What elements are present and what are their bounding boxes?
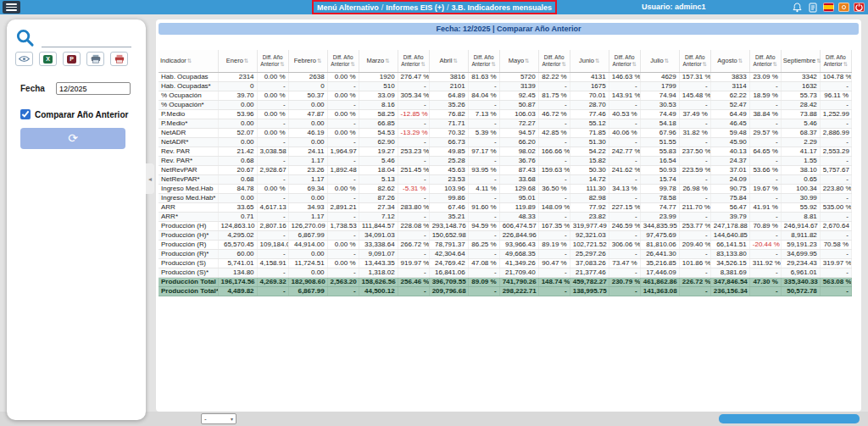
table-cell: 31.82 %: [679, 128, 710, 137]
column-header-diff[interactable]: Diff. Año Anterior⇅: [820, 50, 851, 72]
table-cell: -: [398, 174, 429, 184]
table-cell: 26,441.30: [640, 249, 679, 258]
compare-checkbox[interactable]: [20, 109, 31, 119]
column-header-diff[interactable]: Diff. Año Anterior⇅: [327, 50, 359, 72]
table-cell: 4131: [570, 72, 609, 81]
table-cell: -: [820, 286, 851, 296]
pdf-export-icon[interactable]: P: [63, 52, 81, 66]
refresh-button[interactable]: ⟳: [20, 128, 125, 149]
print-icon[interactable]: [86, 52, 104, 66]
main-panel: Fecha: 12/2025 | Comparar Año Anterior I…: [156, 19, 861, 412]
table-cell: -: [327, 268, 359, 277]
table-cell: 24.11: [288, 147, 327, 156]
table-cell: 39.79: [710, 212, 749, 221]
table-cell: -: [257, 119, 288, 128]
table-cell: -: [538, 249, 570, 258]
column-header-month[interactable]: Febrero⇅: [288, 50, 327, 72]
fecha-field: Fecha: [20, 82, 131, 95]
column-header-month[interactable]: Marzo⇅: [359, 50, 398, 72]
table-cell: 396,709.55: [429, 277, 468, 286]
table-cell: 44,500.12: [359, 286, 398, 296]
table-cell: 209.40 %: [679, 240, 710, 249]
table-cell: -: [468, 100, 499, 109]
table-cell: 104.78 %: [820, 72, 851, 81]
column-header-month[interactable]: Julio⇅: [640, 50, 679, 72]
table-cell: 111.30: [570, 184, 609, 193]
table-cell: 60.00: [218, 249, 257, 258]
column-header-diff[interactable]: Diff. Año Anterior⇅: [538, 50, 570, 72]
table-cell: 99.78: [640, 184, 679, 193]
column-header-month[interactable]: Enero⇅: [218, 50, 257, 72]
table-row: Ingreso Med.Hab*0.00-0.00-87.26-99.86-95…: [159, 193, 852, 202]
breadcrumb-item[interactable]: Informes EIS (+): [386, 3, 444, 12]
table-row: Producción (R)65,570.45109,184.08 %44,91…: [159, 240, 852, 249]
horizontal-scrollbar-thumb[interactable]: [719, 414, 860, 423]
table-cell: -: [257, 286, 288, 296]
settings-icon[interactable]: [838, 3, 849, 12]
sort-icon: ⇅: [420, 61, 425, 67]
column-header-month[interactable]: Septiembre⇅: [781, 50, 820, 72]
table-cell: -: [679, 230, 710, 240]
table-cell: 14.72: [570, 174, 609, 184]
column-header-month[interactable]: Abril⇅: [429, 50, 468, 72]
table-cell: 8.16: [359, 100, 398, 109]
table-cell: 305.34 %: [398, 91, 429, 100]
table-cell: 40.53 %: [609, 109, 640, 119]
bell-icon[interactable]: [791, 2, 803, 13]
spanish-flag-icon[interactable]: [823, 3, 834, 12]
table-cell: -: [327, 286, 359, 296]
table-row: P.Medio53.960.00 %47.870.00 %58.25-12.85…: [159, 109, 852, 119]
column-header-month[interactable]: Mayo⇅: [499, 50, 538, 72]
page-size-select[interactable]: - ▾: [201, 413, 236, 424]
table-cell: -: [679, 249, 710, 258]
table-cell: 78,791.37: [429, 240, 468, 249]
column-header-month[interactable]: Agosto⇅: [710, 50, 749, 72]
sort-icon: ⇅: [703, 61, 707, 67]
fecha-input[interactable]: [56, 82, 131, 95]
table-cell: -: [257, 230, 288, 240]
table-cell: 1,892.48 %: [327, 165, 359, 174]
table-cell: -: [749, 268, 781, 277]
search-input[interactable]: [42, 32, 131, 47]
column-header-indicador[interactable]: Indicador⇅: [159, 50, 218, 72]
manual-icon[interactable]: [807, 2, 819, 13]
table-cell: -: [327, 81, 359, 91]
table-row: Producción (S)*134.80-0.00-1,318.02-16,8…: [159, 268, 852, 277]
table-cell: 306.06 %: [609, 240, 640, 249]
sort-icon: ⇅: [350, 61, 354, 67]
column-label: Marzo: [366, 57, 384, 64]
table-cell: -: [327, 230, 359, 240]
table-cell: 0.71: [218, 212, 257, 221]
print-report-icon[interactable]: [110, 52, 128, 66]
table-cell: 74.49: [640, 109, 679, 119]
column-header-diff[interactable]: Diff. Año Anterior⇅: [257, 50, 288, 72]
table-row: NetADR52.070.00 %46.190.00 %54.53-13.29 …: [159, 128, 852, 137]
menu-icon[interactable]: [3, 1, 20, 14]
table-cell: 111,844.57: [359, 221, 398, 230]
table-cell: 459,782.27: [570, 277, 609, 286]
power-icon[interactable]: [854, 3, 865, 12]
table-cell: 27.34: [359, 202, 398, 212]
table-cell: 55.92: [781, 202, 820, 212]
table-cell: -: [820, 268, 851, 277]
column-label: Junio: [579, 57, 594, 64]
table-cell: 1.17: [288, 212, 327, 221]
column-header-diff[interactable]: Diff. Año Anterior⇅: [468, 50, 499, 72]
column-header-diff[interactable]: Diff. Año Anterior⇅: [679, 50, 710, 72]
column-header-diff[interactable]: Diff. Año Anterior⇅: [749, 50, 781, 72]
excel-export-icon[interactable]: X: [39, 52, 57, 66]
table-cell: 1675: [570, 81, 609, 91]
indicator-label-cell: P.Medio*: [159, 119, 218, 128]
column-header-diff[interactable]: Diff. Año Anterior⇅: [398, 50, 429, 72]
table-cell: -: [609, 268, 640, 277]
preview-icon[interactable]: [15, 52, 33, 66]
table-cell: 276.47 %: [398, 72, 429, 81]
table-cell: 166.66 %: [538, 147, 570, 156]
sidebar-collapse-handle[interactable]: ◂: [146, 163, 154, 194]
table-cell: 0: [288, 81, 327, 91]
breadcrumb-item[interactable]: 3.B. Indicadores mensuales: [451, 3, 552, 12]
column-header-diff[interactable]: Diff. Año Anterior⇅: [609, 50, 640, 72]
search-row: [15, 28, 131, 47]
column-header-month[interactable]: Junio⇅: [570, 50, 609, 72]
breadcrumb-item[interactable]: Menú Alternativo: [317, 3, 379, 12]
